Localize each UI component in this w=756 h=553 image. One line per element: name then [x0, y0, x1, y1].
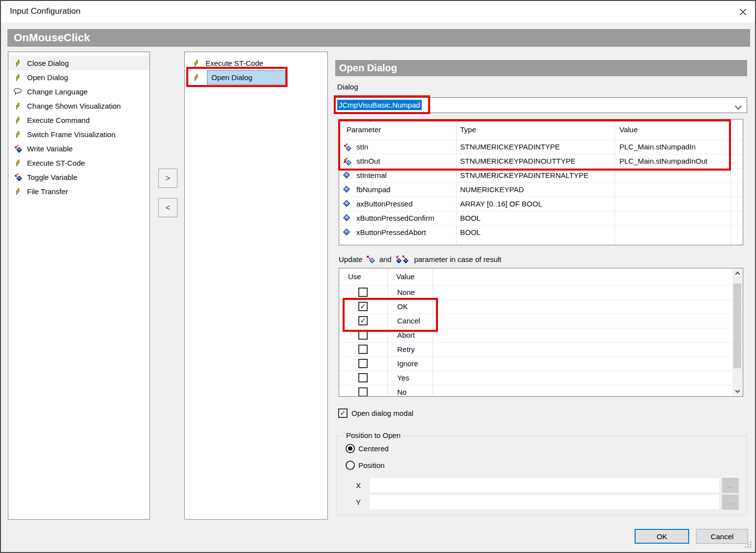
add-action-button[interactable]: >	[158, 169, 177, 188]
result-value: Abort	[397, 328, 415, 342]
configured-action-label: Execute ST-Code	[205, 59, 263, 67]
update-parameters-line: Update and parameter in case of result	[339, 253, 501, 265]
position-radio[interactable]	[346, 461, 355, 470]
result-row-retry: Retry	[339, 342, 743, 356]
action-item-close-dialog[interactable]: Close Dialog	[8, 56, 149, 70]
y-input[interactable]	[370, 495, 719, 509]
result-value: No	[397, 385, 407, 397]
open-dialog-modal-checkbox[interactable]	[338, 408, 348, 418]
action-item-change-shown-visualization[interactable]: Change Shown Visualization	[8, 99, 149, 113]
result-row-yes: Yes	[339, 371, 743, 385]
use-checkbox[interactable]	[358, 387, 368, 397]
param-row-stinternal[interactable]: stInternal STNUMERICKEYPADINTERNALTYPE	[339, 168, 743, 182]
remove-action-button[interactable]: <	[158, 198, 177, 217]
open-dialog-modal-label: Open dialog modal	[351, 409, 413, 417]
column-header: Parameter	[347, 119, 381, 140]
lightning-icon	[13, 130, 22, 139]
use-checkbox[interactable]	[358, 316, 368, 325]
use-checkbox[interactable]	[358, 373, 368, 382]
param-type: ARRAY [0..16] OF BOOL	[460, 197, 542, 211]
param-row-fbnumpad[interactable]: fbNumpad NUMERICKEYPAD	[339, 182, 743, 197]
action-item-open-dialog[interactable]: Open Dialog	[8, 70, 149, 85]
action-item-label: Change Language	[27, 87, 87, 96]
lightning-icon	[13, 187, 22, 196]
variable-icon	[343, 172, 352, 180]
result-table: Use Value None OK Cancel Abort Retry Ign…	[339, 268, 743, 397]
close-icon[interactable]	[734, 3, 751, 20]
action-item-label: Execute ST-Code	[27, 159, 85, 167]
param-name: stIn	[356, 140, 368, 154]
param-value[interactable]: PLC_Main.stNumpadIn	[619, 140, 696, 154]
configured-action-label: Open Dialog	[211, 73, 252, 82]
action-item-label: Execute Command	[27, 116, 90, 124]
action-item-write-variable[interactable]: Write Variable	[8, 142, 149, 156]
param-row-stin[interactable]: stIn STNUMERICKEYPADINTYPE PLC_Main.stNu…	[339, 140, 743, 154]
resize-grip[interactable]	[744, 541, 752, 549]
result-value: Cancel	[397, 314, 420, 328]
centered-radio[interactable]	[346, 444, 355, 453]
cancel-button[interactable]: Cancel	[696, 529, 748, 544]
x-label: X	[356, 481, 361, 490]
dialog-combobox[interactable]: JCmpVisuBasic.Numpad	[335, 97, 747, 113]
use-checkbox[interactable]	[358, 345, 368, 354]
use-checkbox[interactable]	[358, 288, 368, 297]
y-label: Y	[356, 498, 361, 506]
param-type: BOOL	[460, 211, 481, 225]
scrollbar-thumb[interactable]	[733, 284, 741, 368]
speech-bubble-icon	[13, 87, 22, 96]
scroll-up-icon[interactable]	[732, 269, 742, 278]
action-item-label: Open Dialog	[27, 73, 68, 82]
param-value[interactable]: PLC_Main.stNumpadInOut	[619, 154, 707, 168]
position-to-open-title: Position to Open	[344, 431, 403, 439]
param-row-xbuttonpressedconfirm[interactable]: xButtonPressedConfirm BOOL	[339, 211, 743, 225]
window-title: Input Configuration	[10, 6, 81, 16]
param-row-axbuttonpressed[interactable]: axButtonPressed ARRAY [0..16] OF BOOL	[339, 197, 743, 211]
result-row-ignore: Ignore	[339, 356, 743, 371]
ok-button[interactable]: OK	[635, 529, 689, 544]
action-item-execute-command[interactable]: Execute Command	[8, 113, 149, 127]
write-variable-icon	[13, 173, 22, 181]
action-item-switch-frame-visualization[interactable]: Switch Frame Visualization	[8, 127, 149, 142]
result-value: Yes	[397, 371, 409, 385]
param-row-stinout[interactable]: stInOut STNUMERICKEYPADINOUTTYPE PLC_Mai…	[339, 154, 743, 168]
param-name: stInternal	[356, 169, 387, 182]
configured-action-open-dialog[interactable]: Open Dialog	[185, 70, 327, 85]
result-row-no: No	[339, 385, 743, 397]
action-item-change-language[interactable]: Change Language	[8, 85, 149, 99]
action-item-file-transfer[interactable]: File Transfer	[8, 184, 149, 199]
variable-inout-pair-icon	[395, 255, 410, 263]
action-item-label: Toggle Variable	[27, 173, 77, 181]
lightning-icon	[13, 59, 22, 67]
param-name: fbNumpad	[356, 183, 390, 197]
action-item-label: Switch Frame Visualization	[27, 130, 116, 139]
x-input[interactable]	[370, 478, 719, 493]
update-prefix: Update	[339, 255, 362, 263]
lightning-icon	[13, 102, 22, 110]
use-checkbox[interactable]	[358, 302, 368, 311]
action-item-label: Close Dialog	[27, 59, 69, 67]
configured-action-execute-st-code[interactable]: Execute ST-Code	[185, 56, 327, 70]
result-table-header: Use Value	[339, 268, 743, 285]
x-browse-button[interactable]: ...	[722, 478, 739, 493]
write-variable-icon	[13, 145, 22, 153]
scroll-down-icon[interactable]	[732, 387, 742, 396]
action-item-execute-st-code[interactable]: Execute ST-Code	[8, 156, 149, 170]
configured-actions-list: Execute ST-Code Open Dialog	[184, 52, 328, 520]
param-type: NUMERICKEYPAD	[460, 183, 524, 197]
parameter-table-header: Parameter Type Value	[339, 119, 743, 140]
use-checkbox[interactable]	[358, 330, 368, 340]
use-checkbox[interactable]	[358, 359, 368, 368]
vertical-scrollbar[interactable]	[732, 269, 742, 396]
title-bar: Input Configuration	[1, 1, 755, 23]
chevron-down-icon[interactable]	[736, 102, 741, 110]
y-browse-button[interactable]: ...	[722, 495, 739, 510]
param-row-xbuttonpressedabort[interactable]: xButtonPressedAbort BOOL	[339, 225, 743, 239]
column-header: Value	[619, 119, 638, 140]
action-item-toggle-variable[interactable]: Toggle Variable	[8, 170, 149, 184]
param-name: xButtonPressedConfirm	[356, 211, 434, 225]
column-header: Use	[348, 268, 361, 285]
result-value: Retry	[397, 343, 415, 356]
param-type: STNUMERICKEYPADINTYPE	[460, 140, 560, 154]
variable-inout-icon	[343, 157, 352, 166]
result-row-none: None	[339, 285, 743, 299]
